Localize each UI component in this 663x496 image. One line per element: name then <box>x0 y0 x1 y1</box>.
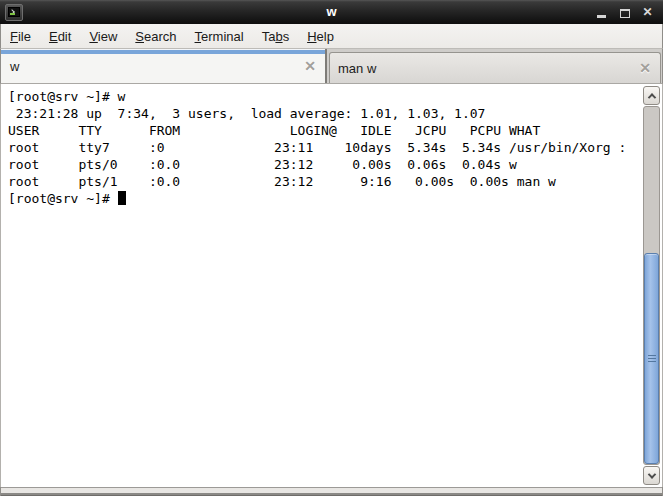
menu-edit[interactable]: Edit <box>40 26 80 47</box>
window-title: w <box>0 0 663 24</box>
scroll-up-button[interactable] <box>643 86 660 105</box>
terminal-line: root pts/0 :0.0 23:12 0.00s 0.06s 0.04s … <box>8 156 662 173</box>
terminal-line: root pts/1 :0.0 23:12 9:16 0.00s 0.00s m… <box>8 173 662 190</box>
tab-w[interactable]: w ✕ <box>1 49 327 83</box>
terminal-line: 23:21:28 up 7:34, 3 users, load average:… <box>8 105 662 122</box>
terminal-line: USER TTY FROM LOGIN@ IDLE JCPU PCPU WHAT <box>8 122 662 139</box>
tab-w-close-icon[interactable]: ✕ <box>301 59 319 73</box>
terminal-line: [root@srv ~]# w <box>8 88 662 105</box>
scrollbar-trough[interactable] <box>643 106 660 465</box>
terminal-pane[interactable]: [root@srv ~]# w 23:21:28 up 7:34, 3 user… <box>0 84 663 487</box>
scrollbar[interactable] <box>643 86 660 485</box>
menu-terminal[interactable]: Terminal <box>186 26 253 47</box>
prompt-line: [root@srv ~]# <box>8 190 662 207</box>
scroll-down-button[interactable] <box>643 466 660 485</box>
tab-man-w-label: man w <box>338 61 376 76</box>
scrollbar-thumb[interactable] <box>644 253 659 464</box>
menu-help[interactable]: Help <box>298 26 343 47</box>
terminal-line: root tty7 :0 23:11 10days 5.34s 5.34s /u… <box>8 139 662 156</box>
chevron-down-icon <box>647 470 655 478</box>
tab-man-w-close-icon[interactable]: ✕ <box>636 61 654 75</box>
tab-man-w[interactable]: man w ✕ <box>329 52 661 83</box>
shell-prompt: [root@srv ~]# <box>8 191 118 206</box>
title-bar[interactable]: w ✕ <box>0 0 663 24</box>
terminal-screen[interactable]: [root@srv ~]# w 23:21:28 up 7:34, 3 user… <box>1 84 662 207</box>
tab-w-label: w <box>10 59 19 74</box>
window-bottom-edge <box>0 487 663 496</box>
terminal-cursor <box>118 191 126 205</box>
menu-file[interactable]: File <box>1 26 40 47</box>
menu-view[interactable]: View <box>80 26 126 47</box>
chevron-up-icon <box>647 93 655 101</box>
menu-bar: File Edit View Search Terminal Tabs Help <box>0 24 663 49</box>
menu-tabs[interactable]: Tabs <box>253 26 298 47</box>
tab-bar: w ✕ man w ✕ <box>0 49 663 84</box>
scrollbar-grip-icon <box>648 355 656 363</box>
menu-search[interactable]: Search <box>126 26 185 47</box>
terminal-window: w ✕ File Edit View Search Terminal Tabs … <box>0 0 663 496</box>
